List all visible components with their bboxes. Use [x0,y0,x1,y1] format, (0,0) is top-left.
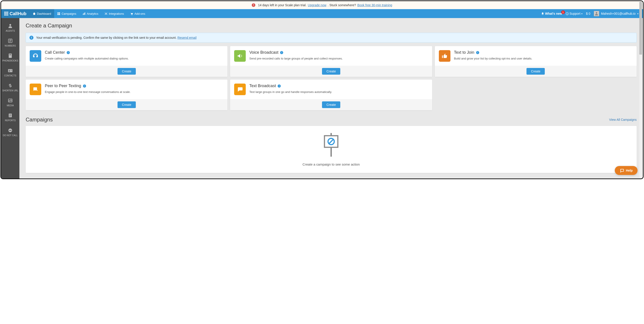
info-icon[interactable]: i [67,51,70,54]
question-icon: ? [566,12,569,15]
empty-sign-icon [321,133,341,157]
svg-point-17 [9,70,10,71]
sidebar-media[interactable]: MEDIA [1,95,20,110]
svg-rect-1 [59,12,60,13]
sidebar-numbers[interactable]: NUMBERS [1,35,20,50]
user-email: Mahesh+001@callhub.io [601,12,636,15]
svg-rect-3 [59,14,60,15]
book-training-link[interactable]: Book free 30-min training [357,3,392,7]
book-icon [8,53,13,58]
help-button[interactable]: Help [615,166,638,175]
svg-rect-15 [9,55,11,55]
chat-help-icon [620,168,624,173]
svg-rect-4 [83,13,84,15]
nav-analytics-label: Analytics [87,12,98,15]
cart-icon [130,12,133,15]
page-title: Create a Campaign [26,22,637,29]
avatar-icon [594,11,599,16]
shuffle-icon [104,12,108,15]
scrollbar[interactable] [639,2,642,178]
sidebar-agents[interactable]: AGENTS [1,20,20,35]
sidebar-media-label: MEDIA [7,104,14,107]
upgrade-link[interactable]: Upgrade now [308,3,326,7]
svg-rect-21 [9,130,12,131]
sidebar-shorten-url[interactable]: SHORTEN URL [1,80,20,95]
card-peer-to-peer: Peer to Peer Texting i Engage people in … [26,79,228,110]
svg-point-7 [131,14,132,15]
card-title: Peer to Peer Texting [45,84,81,88]
card-desc: Build and grow your list by collecting o… [454,57,532,61]
campaigns-empty-state: Create a campaign to see some action [26,126,637,173]
notification-badge: 1 [561,10,565,14]
balance-display: $ 0 [586,12,590,15]
sidebar-numbers-label: NUMBERS [5,44,16,47]
caret-down-icon: ▾ [637,12,638,15]
headset-icon [30,50,41,62]
svg-point-11 [596,12,598,13]
view-all-campaigns-link[interactable]: View All Campaigns [609,118,637,121]
support-label: Support [570,12,580,15]
create-voice-broadcast-button[interactable]: Create [322,68,340,75]
svg-point-12 [9,24,11,26]
banner-text: Your email verification is pending. Conf… [36,36,178,39]
card-title: Text Broadcast [249,84,276,88]
card-voice-broadcast: Voice Broadcast i Send pre-recorded call… [230,46,432,77]
sidebar-phonebooks[interactable]: PHONEBOOKS [1,50,20,65]
trial-text: 14 days left in your Scale plan trial. [258,3,306,7]
sidebar-dnc-label: DO NOT CALL [3,134,18,137]
info-icon[interactable]: i [83,84,86,88]
create-text-to-join-button[interactable]: Create [526,68,545,75]
logo-dots-icon [4,11,8,15]
sidebar-contacts-label: CONTACTS [4,74,16,77]
user-menu[interactable]: Mahesh+001@callhub.io ▾ [594,11,638,16]
resend-email-link[interactable]: Resend email [178,36,197,39]
brand-logo[interactable]: CallHub [1,9,30,18]
contact-card-icon [8,68,13,73]
sidebar-dnc[interactable]: DO NOT CALL [1,125,20,140]
create-call-center-button[interactable]: Create [118,68,136,75]
person-icon [8,23,13,28]
sidebar-contacts[interactable]: CONTACTS [1,65,20,80]
thumbs-up-icon [439,50,450,62]
trial-stuck-text: . Stuck somewhere? [328,3,356,7]
blocked-icon [8,128,13,133]
trial-banner: ! 14 days left in your Scale plan trial.… [1,1,643,9]
bell-icon [541,12,544,15]
info-icon[interactable]: i [280,51,283,54]
card-desc: Send pre-recorded calls to large groups … [249,57,342,61]
svg-rect-6 [85,12,85,15]
nav-addons[interactable]: Add-ons [127,9,148,18]
sidebar-reports[interactable]: REPORTS [1,110,20,125]
caret-down-icon: ▾ [581,12,582,15]
create-p2p-button[interactable]: Create [118,101,136,108]
main-content: Create a Campaign i Your email verificat… [20,18,643,179]
card-title: Call Center [45,50,65,55]
bullhorn-icon [234,50,246,62]
nav-campaigns[interactable]: Campaigns [54,9,80,18]
nav-analytics[interactable]: Analytics [80,9,102,18]
top-nav: CallHub Dashboard Campaigns Analytics [1,9,643,18]
scrollbar-thumb[interactable] [639,2,642,55]
nav-integrations-label: Integrations [109,12,124,15]
card-call-center: Call Center i Create calling campaigns w… [26,46,228,77]
svg-rect-16 [8,69,12,72]
create-text-broadcast-button[interactable]: Create [322,101,340,108]
info-icon[interactable]: i [476,51,479,54]
nav-dashboard[interactable]: Dashboard [30,9,54,18]
support-dropdown[interactable]: ? Support ▾ [566,12,582,15]
brand-name: CallHub [10,11,26,16]
svg-text:?: ? [566,13,568,15]
sidebar-reports-label: REPORTS [5,119,16,122]
nav-integrations[interactable]: Integrations [102,9,127,18]
chat-bubbles-icon [30,84,41,95]
document-icon [8,113,13,118]
warning-icon: ! [252,3,255,7]
nav-campaigns-label: Campaigns [62,12,76,15]
svg-point-8 [132,14,132,15]
empty-message: Create a campaign to see some action [302,162,360,166]
svg-rect-0 [58,12,59,13]
info-icon[interactable]: i [278,84,281,88]
campaigns-heading: Campaigns [26,117,53,123]
chat-icon [234,84,246,95]
whats-new-button[interactable]: What's new 1 [541,12,562,15]
